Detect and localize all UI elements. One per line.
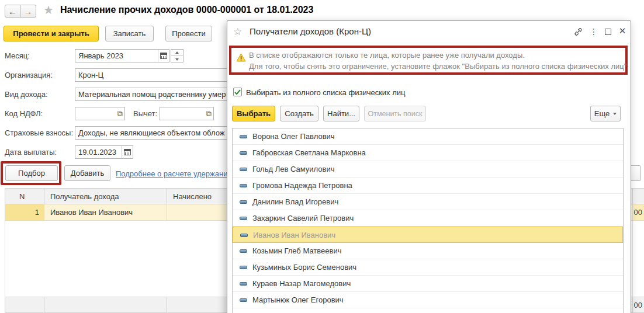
ndfl-choose-icon[interactable]: ⧉: [117, 109, 123, 119]
edge-column-line: [632, 221, 633, 297]
checkmark-icon: [234, 89, 241, 95]
person-icon: [240, 135, 247, 138]
row-cell-recipient[interactable]: Иванов Иван Иванович: [44, 204, 167, 221]
list-item[interactable]: Гольд Лев Самуилович: [233, 161, 623, 178]
insurance-value: Доходы, не являющиеся объектом облож: [78, 128, 225, 137]
write-button[interactable]: Записать: [105, 26, 154, 41]
select-button[interactable]: Выбрать: [232, 106, 275, 121]
list-item-selected[interactable]: Иванов Иван Иванович: [233, 227, 623, 243]
dialog-title: Получатели доходов (Крон-Ц): [250, 26, 371, 36]
person-icon: [240, 249, 247, 253]
warning-line-1: В списке отображаются только те лица, ко…: [249, 50, 629, 61]
warning-annotation-rect: В списке отображаются только те лица, ко…: [229, 46, 628, 75]
person-icon: [240, 184, 247, 187]
history-nav: ← →: [5, 5, 36, 18]
pay-date-value: 19.01.2023: [78, 148, 116, 156]
ndfl-code-label: Код НДФЛ:: [5, 107, 43, 120]
organization-label: Организация:: [5, 68, 53, 82]
warning-text: В списке отображаются только те лица, ко…: [249, 50, 629, 72]
person-icon: [240, 298, 247, 302]
list-item[interactable]: Кузьминых Борис Семенович: [233, 259, 623, 276]
page-title: Начисление прочих доходов 0000-000001 от…: [60, 5, 313, 15]
post-and-close-button[interactable]: Провести и закрыть: [4, 26, 99, 41]
organization-field[interactable]: Крон-Ц: [75, 68, 228, 82]
pay-date-calendar-icon[interactable]: [122, 146, 133, 158]
col-header-n[interactable]: N: [5, 188, 44, 204]
person-icon: [240, 234, 248, 237]
person-icon: [240, 266, 247, 269]
recipients-dialog: ☆ Получатели доходов (Крон-Ц) ⋮ ✕ В спис…: [227, 20, 631, 313]
person-icon: [240, 168, 247, 171]
person-icon: [240, 282, 247, 286]
cancel-search-button[interactable]: Отменить поиск: [364, 106, 426, 121]
month-value: Январь 2023: [78, 51, 123, 60]
list-item[interactable]: Ворона Олег Павлович: [233, 128, 623, 145]
full-list-checkbox-label[interactable]: Выбирать из полного списка физических ли…: [246, 88, 406, 97]
list-item[interactable]: Кураев Назар Магомедович: [233, 276, 623, 292]
forward-button[interactable]: →: [20, 5, 36, 18]
forward-arrow-icon: →: [24, 6, 33, 16]
income-type-label: Вид дохода:: [5, 88, 48, 101]
more-button-label: Еще: [594, 109, 610, 118]
list-item[interactable]: Мартынюк Олег Егорович: [233, 292, 623, 308]
create-button[interactable]: Создать: [280, 106, 318, 121]
pick-annotation-rect: [1, 161, 61, 185]
deduction-choose-icon[interactable]: ⧉: [206, 109, 212, 119]
step-down-icon[interactable]: [175, 58, 179, 61]
warning-icon: [236, 53, 246, 62]
list-item[interactable]: Габровская Светлана Марковна: [233, 145, 623, 161]
post-button[interactable]: Провести: [165, 26, 212, 41]
chevron-down-icon: [613, 113, 617, 115]
income-type-field[interactable]: Материальная помощ родственнику умер: [75, 88, 228, 101]
insurance-field[interactable]: Доходы, не являющиеся объектом облож: [75, 126, 228, 140]
close-icon[interactable]: ✕: [617, 25, 628, 37]
footer-cell-n: [5, 297, 44, 313]
deduction-label: Вычет:: [133, 107, 157, 120]
list-item[interactable]: Данилин Влад Игоревич: [233, 194, 623, 210]
footer-cell-recipient: [44, 297, 167, 313]
add-button[interactable]: Добавить: [64, 165, 110, 181]
col-header-edge: [632, 188, 644, 204]
footer-cell-edge: 00: [632, 297, 644, 313]
person-icon: [240, 151, 247, 155]
row-cell-n[interactable]: 1: [5, 204, 44, 221]
list-item[interactable]: Козьмин Глеб Матвеевич: [233, 243, 623, 259]
organization-value: Крон-Ц: [78, 71, 103, 79]
full-list-checkbox[interactable]: [233, 88, 242, 96]
pay-date-field[interactable]: 19.01.2023: [75, 145, 133, 159]
find-button[interactable]: Найти...: [323, 106, 359, 121]
favorite-star-icon[interactable]: ★: [43, 3, 54, 17]
row-cell-edge[interactable]: 00: [632, 204, 644, 221]
month-label: Месяц:: [5, 49, 30, 62]
list-item[interactable]: Захаркин Савелий Петрович: [233, 210, 623, 227]
dialog-more-button[interactable]: Еще: [590, 106, 621, 121]
person-icon: [240, 217, 247, 220]
month-field[interactable]: Январь 2023: [75, 49, 169, 62]
month-stepper[interactable]: [171, 49, 183, 62]
income-type-value: Материальная помощ родственнику умер: [78, 90, 226, 99]
month-calendar-icon[interactable]: [158, 50, 169, 62]
insurance-label: Страховые взносы:: [5, 126, 73, 140]
person-icon: [240, 200, 247, 204]
maximize-icon[interactable]: [602, 26, 614, 37]
warning-line-2: Для того, чтобы снять это ограничение, у…: [249, 61, 629, 72]
list-item[interactable]: Громова Надежда Петровна: [233, 178, 623, 194]
pay-date-label: Дата выплаты:: [5, 145, 57, 159]
screen: ← → ★ Начисление прочих доходов 0000-000…: [0, 0, 644, 313]
people-list[interactable]: Ворона Олег Павлович Габровская Светлана…: [232, 128, 624, 313]
step-up-icon[interactable]: [175, 51, 179, 54]
withholding-details-link[interactable]: Подробнее о расчете удержаний: [116, 169, 232, 178]
more-menu-icon[interactable]: ⋮: [588, 26, 600, 37]
deduction-field[interactable]: ⧉: [160, 107, 214, 120]
col-header-recipient[interactable]: Получатель дохода: [44, 188, 167, 204]
back-arrow-icon: ←: [8, 6, 17, 16]
ndfl-code-field[interactable]: ⧉: [75, 107, 125, 120]
get-link-icon[interactable]: [572, 26, 584, 37]
dialog-favorite-star-icon[interactable]: ☆: [233, 26, 242, 38]
back-button[interactable]: ←: [5, 5, 20, 18]
